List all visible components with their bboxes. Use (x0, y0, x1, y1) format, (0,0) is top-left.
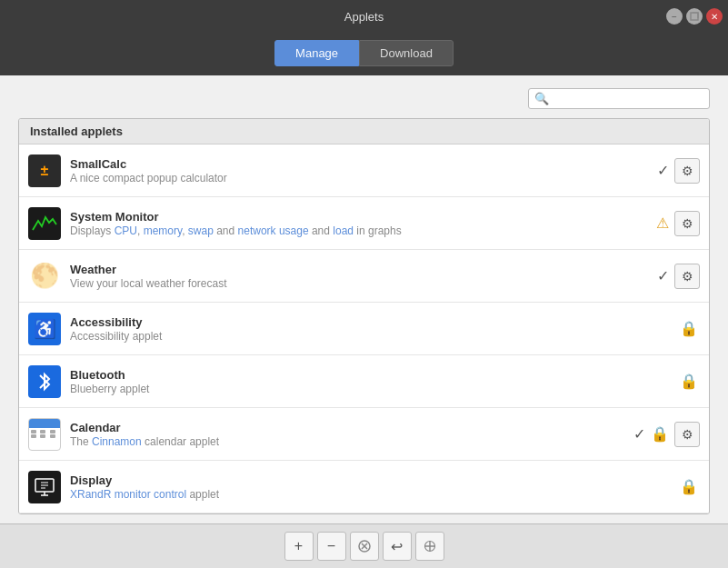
applet-info: Accessibility Accessibility applet (70, 315, 680, 343)
applet-desc: Displays CPU, memory, swap and network u… (70, 224, 656, 237)
close-button[interactable]: ✕ (706, 8, 723, 25)
applet-icon: ± (28, 154, 61, 187)
applet-desc: Blueberry applet (70, 383, 680, 395)
panel-header: Installed applets (19, 119, 709, 144)
applet-desc: View your local weather forecast (70, 277, 657, 290)
applet-row: Display XRandR monitor control applet 🔒 (19, 461, 709, 513)
applet-desc: The Cinnamon calendar applet (70, 435, 633, 448)
svg-rect-1 (31, 210, 58, 237)
check-icon: ✓ (657, 162, 669, 179)
maximize-button[interactable] (686, 8, 703, 25)
window-controls: − ✕ (666, 8, 723, 25)
cancel-button[interactable] (350, 532, 379, 561)
check-icon: ✓ (657, 267, 669, 284)
add-button[interactable]: + (284, 532, 314, 561)
applet-actions: 🔒 (680, 478, 700, 495)
applet-icon (28, 365, 61, 398)
applet-icon (28, 207, 61, 240)
applet-info: Calendar The Cinnamon calendar applet (70, 421, 633, 448)
applet-name: Accessibility (70, 315, 680, 329)
applet-desc: Accessibility applet (70, 330, 680, 343)
applet-desc: A nice compact popup calculator (70, 172, 657, 184)
applet-row: ♿ Accessibility Accessibility applet 🔒 (19, 303, 709, 355)
search-box: 🔍 (528, 88, 710, 109)
applet-actions: 🔒 (680, 320, 700, 337)
search-icon: 🔍 (534, 92, 549, 105)
applet-actions: ✓⚙ (657, 158, 700, 184)
applet-name: Display (70, 473, 680, 487)
applet-row: System Monitor Displays CPU, memory, swa… (19, 197, 709, 250)
applet-row: ± SmallCalc A nice compact popup calcula… (19, 144, 709, 197)
applet-actions: ✓🔒⚙ (633, 422, 700, 447)
search-bar: 🔍 (18, 88, 710, 109)
titlebar: Applets − ✕ (0, 0, 728, 33)
toolbar: Manage Download (0, 33, 728, 75)
main-window: Applets − ✕ Manage Download 🔍 Installed … (0, 0, 728, 568)
warning-icon: ⚠ (656, 214, 669, 232)
applet-name: SmallCalc (70, 157, 657, 171)
applet-name: System Monitor (70, 210, 656, 224)
gear-button[interactable]: ⚙ (674, 264, 700, 289)
applet-row: Bluetooth Blueberry applet 🔒 (19, 355, 709, 408)
remove-button[interactable]: − (317, 532, 346, 561)
applet-info: Display XRandR monitor control applet (70, 473, 680, 501)
check-icon: ✓ (633, 425, 645, 443)
applet-icon (28, 471, 61, 503)
applet-row: Calendar The Cinnamon calendar applet ✓🔒… (19, 408, 709, 461)
extra-button[interactable] (415, 532, 444, 561)
svg-rect-0 (691, 13, 698, 20)
download-tab[interactable]: Download (359, 40, 454, 66)
applet-info: System Monitor Displays CPU, memory, swa… (70, 210, 656, 237)
gear-button[interactable]: ⚙ (674, 211, 700, 236)
lock-icon: 🔒 (680, 320, 698, 337)
applet-name: Calendar (70, 421, 633, 434)
window-title: Applets (344, 10, 384, 24)
manage-tab[interactable]: Manage (274, 40, 359, 66)
applet-info: Weather View your local weather forecast (70, 263, 657, 290)
lock-icon: 🔒 (680, 373, 698, 390)
applet-info: Bluetooth Blueberry applet (70, 368, 680, 395)
main-content: 🔍 Installed applets ± SmallCalc A nice c… (0, 75, 728, 523)
applet-icon: 🌕 (28, 260, 61, 293)
applet-row: 🌕 Weather View your local weather foreca… (19, 250, 709, 303)
applet-name: Bluetooth (70, 368, 680, 382)
minimize-button[interactable]: − (666, 8, 683, 25)
lock-icon: 🔒 (680, 478, 698, 495)
applet-actions: 🔒 (680, 373, 700, 390)
applet-icon: ♿ (28, 313, 61, 345)
applet-icon (28, 418, 61, 451)
undo-button[interactable]: ↩ (383, 532, 412, 561)
applets-list: ± SmallCalc A nice compact popup calcula… (19, 144, 709, 513)
applet-actions: ✓⚙ (657, 264, 700, 289)
applet-actions: ⚠⚙ (656, 211, 700, 236)
search-input[interactable] (553, 92, 703, 105)
bottom-toolbar: + − ↩ (0, 523, 728, 568)
applet-desc: XRandR monitor control applet (70, 488, 680, 501)
applet-info: SmallCalc A nice compact popup calculato… (70, 157, 657, 184)
gear-button[interactable]: ⚙ (674, 158, 700, 184)
applets-panel: Installed applets ± SmallCalc A nice com… (18, 118, 710, 514)
applet-name: Weather (70, 263, 657, 276)
lock-icon: 🔒 (651, 425, 669, 443)
gear-button[interactable]: ⚙ (674, 422, 700, 447)
